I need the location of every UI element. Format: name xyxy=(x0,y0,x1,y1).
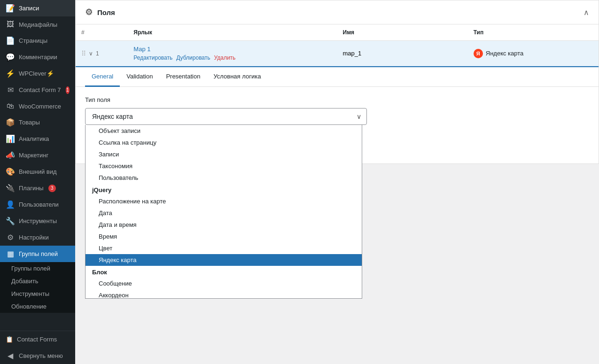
sidebar-item-comments[interactable]: 💬 Комментарии xyxy=(0,49,75,65)
tab-general[interactable]: General xyxy=(85,67,120,87)
subpanel: General Validation Presentation Условная… xyxy=(76,66,599,163)
field-groups-icon: ▦ xyxy=(6,249,15,258)
sidebar-item-label: WPClever⚡ xyxy=(19,70,54,77)
field-type-badge: Я Яндекс карта xyxy=(474,49,524,58)
media-icon: 🖼 xyxy=(6,20,15,29)
sidebar-item-pages[interactable]: 📄 Страницы xyxy=(0,32,75,49)
select-wrapper: Яндекс карта ∨ Объект записи Ссылка на с… xyxy=(85,108,367,125)
col-type: Тип xyxy=(468,24,599,41)
dropdown-option-user[interactable]: Пользователь xyxy=(86,172,362,184)
field-row-num: ⠿ ∨ 1 xyxy=(81,50,122,57)
sidebar-item-wpclever[interactable]: ⚡ WPClever⚡ xyxy=(0,65,75,82)
fields-table-body: ⠿ ∨ 1 Мар 1 Редактировать Дублировать Уд… xyxy=(76,41,599,66)
field-actions: Редактировать Дублировать Удалить xyxy=(133,54,331,61)
sidebar-item-field-groups[interactable]: ▦ Группы полей xyxy=(0,246,75,262)
field-action-edit[interactable]: Редактировать xyxy=(133,54,172,61)
sidebar-item-settings[interactable]: ⚙ Настройки xyxy=(0,229,75,246)
fields-header-left: ⚙ Поля xyxy=(85,7,115,17)
field-row-num-cell: ⠿ ∨ 1 xyxy=(76,41,128,66)
dropdown-option-date[interactable]: Дата xyxy=(86,207,362,219)
dropdown-option-map[interactable]: Расположение на карте xyxy=(86,195,362,207)
tab-conditional-logic[interactable]: Условная логика xyxy=(207,67,267,87)
field-type-label: Яндекс карта xyxy=(486,50,524,57)
comments-icon: 💬 xyxy=(6,53,15,62)
sidebar-item-contact-form-7[interactable]: ✉ Contact Form 7 1 xyxy=(0,82,75,98)
sidebar-item-label: Contact Form 7 xyxy=(19,86,61,93)
field-label-cell: Мар 1 Редактировать Дублировать Удалить xyxy=(128,41,337,66)
contact-form-7-badge: 1 xyxy=(66,86,70,94)
sidebar-item-marketing[interactable]: 📣 Маркетинг xyxy=(0,147,75,163)
field-label-link[interactable]: Мар 1 xyxy=(133,46,150,53)
fields-section: ⚙ Поля ∧ # Ярлык Имя Тип ⠿ ∨ xyxy=(75,0,599,164)
tab-presentation[interactable]: Presentation xyxy=(159,67,207,87)
dropdown-group-blok: Блок xyxy=(86,266,362,278)
row-number: 1 xyxy=(96,50,99,57)
tab-validation[interactable]: Validation xyxy=(120,67,159,87)
gear-icon: ⚙ xyxy=(85,7,93,17)
fields-collapse-icon[interactable]: ∧ xyxy=(583,8,589,17)
fields-title: Поля xyxy=(97,8,115,16)
sidebar-item-zapisи[interactable]: 📝 Записи xyxy=(0,0,75,16)
tools-icon: 🔧 xyxy=(6,217,15,225)
field-action-delete[interactable]: Удалить xyxy=(214,54,236,61)
sidebar-item-tovary[interactable]: 📦 Товары xyxy=(0,114,75,131)
marketing-icon: 📣 xyxy=(6,151,15,160)
field-type-select[interactable]: Яндекс карта xyxy=(85,108,367,125)
sidebar-item-label: Группы полей xyxy=(19,250,58,257)
sidebar-item-label: Настройки xyxy=(19,234,49,241)
sidebar-item-label: Комментарии xyxy=(19,54,57,61)
col-label: Ярлык xyxy=(128,24,337,41)
sidebar-item-contact-forms[interactable]: 📋 Contact Forms xyxy=(0,331,75,348)
contact-forms-label: Contact Forms xyxy=(17,336,57,343)
dropdown-option-color[interactable]: Цвет xyxy=(86,242,362,254)
field-action-duplicate[interactable]: Дублировать xyxy=(176,54,210,61)
dropdown-option-posts[interactable]: Записи xyxy=(86,148,362,160)
sidebar-item-analitika[interactable]: 📊 Аналитика xyxy=(0,131,75,147)
woo-icon: 🛍 xyxy=(6,102,15,110)
submenu-label: Инструменты xyxy=(11,290,49,297)
expand-icon[interactable]: ∨ xyxy=(89,50,93,57)
sidebar-submenu-item-gruppy-poley[interactable]: Группы полей xyxy=(0,262,75,275)
sidebar-item-label: Маркетинг xyxy=(19,152,48,159)
users-icon: 👤 xyxy=(6,200,15,209)
tabs-row: General Validation Presentation Условная… xyxy=(76,67,599,87)
sidebar-item-woocommerce[interactable]: 🛍 WooCommerce xyxy=(0,98,75,114)
sidebar-item-label: Медиафайлы xyxy=(19,21,57,28)
sidebar-item-media[interactable]: 🖼 Медиафайлы xyxy=(0,16,75,32)
contact-form-7-icon: ✉ xyxy=(6,85,15,94)
sidebar-item-label: Записи xyxy=(19,5,39,12)
dropdown-option-datetime[interactable]: Дата и время xyxy=(86,219,362,231)
pages-icon: 📄 xyxy=(6,36,15,45)
plugins-icon: 🔌 xyxy=(6,184,15,193)
dropdown-list: Объект записи Ссылка на страницу Записи … xyxy=(85,125,362,299)
table-row: ⠿ ∨ 1 Мар 1 Редактировать Дублировать Уд… xyxy=(76,41,599,66)
sidebar-item-label: Внешний вид xyxy=(19,168,57,175)
field-type-section-label: Тип поля xyxy=(85,96,589,103)
dropdown-option-object[interactable]: Объект записи xyxy=(86,125,362,137)
sidebar-item-plugins[interactable]: 🔌 Плагины 3 xyxy=(0,180,75,196)
fields-table-header-row: # Ярлык Имя Тип xyxy=(76,24,599,41)
fields-header: ⚙ Поля ∧ xyxy=(76,0,599,24)
subpanel-content: Тип поля Яндекс карта ∨ Объект записи Сс… xyxy=(76,87,599,163)
sidebar: 📝 Записи 🖼 Медиафайлы 📄 Страницы 💬 Комме… xyxy=(0,0,75,364)
sidebar-submenu: Группы полей Добавить Инструменты Обновл… xyxy=(0,262,75,313)
drag-handle-icon[interactable]: ⠿ xyxy=(81,50,86,57)
dropdown-option-yandex-map[interactable]: Яндекс карта xyxy=(86,254,362,266)
tovary-icon: 📦 xyxy=(6,118,15,127)
sidebar-collapse-menu[interactable]: ◀ Свернуть меню xyxy=(0,348,75,364)
sidebar-item-label: Пользователи xyxy=(19,201,59,208)
sidebar-item-tools[interactable]: 🔧 Инструменты xyxy=(0,213,75,229)
dropdown-option-message[interactable]: Сообщение xyxy=(86,278,362,289)
dropdown-option-accordion[interactable]: Аккордеон xyxy=(86,289,362,299)
sidebar-submenu-item-dobavit[interactable]: Добавить xyxy=(0,275,75,287)
dropdown-option-time[interactable]: Время xyxy=(86,231,362,242)
main-content: ⚙ Поля ∧ # Ярлык Имя Тип ⠿ ∨ xyxy=(75,0,599,364)
dropdown-option-page-link[interactable]: Ссылка на страницу xyxy=(86,137,362,148)
dropdown-option-taxonomy[interactable]: Таксономия xyxy=(86,160,362,172)
sidebar-submenu-item-instrumenty[interactable]: Инструменты xyxy=(0,287,75,300)
sidebar-item-label: Инструменты xyxy=(19,217,57,225)
sidebar-submenu-item-obnovlenie[interactable]: Обновление xyxy=(0,300,75,313)
yandex-map-icon: Я xyxy=(474,49,483,58)
sidebar-item-appearance[interactable]: 🎨 Внешний вид xyxy=(0,163,75,180)
sidebar-item-users[interactable]: 👤 Пользователи xyxy=(0,196,75,213)
